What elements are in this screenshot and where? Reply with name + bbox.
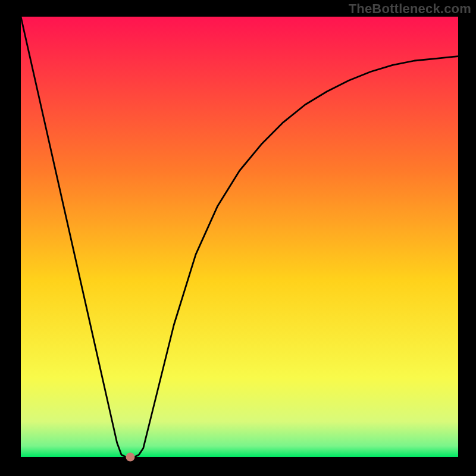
plot-area	[21, 17, 458, 457]
optimal-point-marker	[126, 453, 134, 462]
gradient-background	[21, 17, 458, 457]
bottleneck-curve	[21, 17, 458, 457]
chart-frame: TheBottleneck.com	[0, 0, 476, 476]
watermark-text: TheBottleneck.com	[349, 1, 471, 17]
chart-svg	[21, 17, 458, 457]
